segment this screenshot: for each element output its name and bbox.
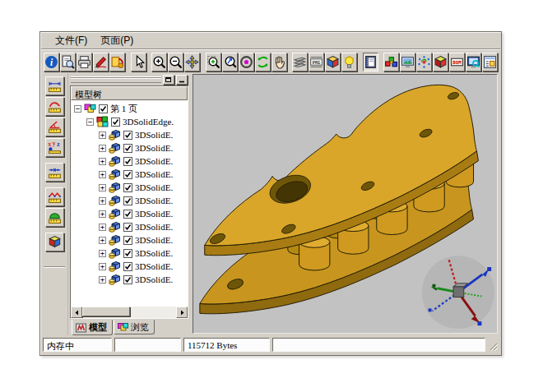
tree-checkbox[interactable] xyxy=(123,157,132,166)
tree-checkbox[interactable] xyxy=(123,275,132,284)
tree-checkbox[interactable] xyxy=(123,210,132,219)
tree-item-label[interactable]: 3DSolidE. xyxy=(135,182,173,192)
pmi-button[interactable]: PMI xyxy=(309,53,324,71)
view-cube-button[interactable] xyxy=(325,53,341,71)
measure-curve-length-button[interactable] xyxy=(45,97,64,116)
tree-item-label[interactable]: 3DSolidE. xyxy=(135,130,173,140)
zoom-out-button[interactable] xyxy=(168,53,183,71)
status-memory: 内存中 xyxy=(43,338,112,352)
tree-item-label[interactable]: 3DSolidE. xyxy=(135,196,173,205)
tree-checkbox[interactable] xyxy=(123,183,132,192)
tree-item-label[interactable]: 3DSolidE. xyxy=(135,209,173,219)
tree-checkbox[interactable] xyxy=(123,170,132,179)
tab-browse[interactable]: 浏览 xyxy=(114,320,155,334)
info-button[interactable]: i xyxy=(44,53,59,71)
scrollbar-thumb[interactable] xyxy=(82,307,130,316)
tree-checkbox[interactable] xyxy=(99,104,108,113)
tree-expander-plus[interactable]: + xyxy=(99,184,106,191)
select-button[interactable] xyxy=(131,53,146,71)
panel-grip-handle[interactable] xyxy=(71,76,161,83)
menu-item-page[interactable]: 页面(P) xyxy=(94,32,140,49)
rotate-center-button[interactable] xyxy=(239,53,254,71)
tree-item-label[interactable]: 3DSolidEdge. xyxy=(123,117,174,127)
scroll-left-button[interactable] xyxy=(71,307,82,318)
tree-expander-plus[interactable]: + xyxy=(99,250,106,257)
tree-item-label[interactable]: 3DSolidE. xyxy=(135,156,173,166)
measure-toolbar: xyz xyxy=(41,73,68,335)
coordinate-xyz-button[interactable]: xyz xyxy=(45,138,64,157)
tree-checkbox[interactable] xyxy=(123,223,132,232)
tree-expander-plus[interactable]: + xyxy=(99,171,106,178)
tab-model[interactable]: 模型 xyxy=(72,320,113,335)
tree-checkbox[interactable] xyxy=(123,144,132,153)
scroll-right-button[interactable] xyxy=(176,307,188,318)
tree-checkbox[interactable] xyxy=(123,131,132,140)
export-button[interactable] xyxy=(109,53,125,71)
zoom-window-button[interactable] xyxy=(206,53,221,71)
check-icon xyxy=(100,105,107,113)
tree-item-label[interactable]: 3DSolidE. xyxy=(135,235,173,245)
tree-item-label[interactable]: 3DSolidE. xyxy=(135,274,173,284)
tree-checkbox[interactable] xyxy=(123,262,132,271)
tree-expander-plus[interactable]: + xyxy=(99,210,106,218)
lighting-button[interactable] xyxy=(341,53,357,71)
solid-cube-icon xyxy=(434,55,448,69)
measure-distance-button[interactable] xyxy=(45,76,64,95)
tree-item-label[interactable]: 3DSolidE. xyxy=(135,248,173,258)
print-preview-button[interactable] xyxy=(60,53,76,71)
menu-item-file[interactable]: 文件(F) xyxy=(49,32,94,49)
tree-item-label[interactable]: 3DSolidE. xyxy=(135,169,173,179)
tree-expander-plus[interactable]: + xyxy=(99,224,106,231)
scrollbar-track[interactable] xyxy=(82,307,176,318)
tree-expander-plus[interactable]: + xyxy=(99,237,106,244)
measure-area-button[interactable] xyxy=(45,208,64,227)
structure-tree-button[interactable] xyxy=(482,53,498,71)
measure-volume-button[interactable] xyxy=(45,233,64,251)
snapshot-button[interactable] xyxy=(400,53,415,71)
zoom-in-button[interactable] xyxy=(151,53,167,71)
tree-expander-plus[interactable]: + xyxy=(99,276,106,284)
tree-expander-plus[interactable]: + xyxy=(99,263,106,270)
tree-checkbox[interactable] xyxy=(123,249,132,258)
viewport-3d[interactable] xyxy=(193,74,498,334)
measure-polyline-button[interactable] xyxy=(45,187,64,206)
tree-item-label[interactable]: 第 1 页 xyxy=(110,103,137,115)
tree-expander-plus[interactable]: + xyxy=(99,158,106,165)
measure-angle-button[interactable] xyxy=(45,118,64,136)
assembly-parts-button[interactable] xyxy=(383,53,399,71)
tree-expander-minus[interactable]: − xyxy=(86,118,94,126)
notebook-icon xyxy=(364,55,378,69)
tree-expander-plus[interactable]: + xyxy=(99,131,106,139)
resize-grip[interactable] xyxy=(488,341,499,352)
tree-row: +3DSolidE. xyxy=(71,154,188,168)
tree-expander-minus[interactable]: − xyxy=(74,105,81,113)
zoom-window-icon xyxy=(207,55,220,69)
animate-rotate-button[interactable] xyxy=(416,53,432,71)
pmi-icon: PMI xyxy=(309,55,323,69)
rotate-view-button[interactable] xyxy=(255,53,271,71)
tree-expander-plus[interactable]: + xyxy=(99,145,106,152)
page-node-icon xyxy=(84,103,96,114)
zoom-select-button[interactable] xyxy=(222,53,238,71)
solid-display-button[interactable] xyxy=(433,53,448,71)
panel-restore-button[interactable] xyxy=(163,75,174,85)
pan-hand-button[interactable] xyxy=(272,53,287,71)
panel-minimize-button[interactable] xyxy=(176,75,188,85)
display-settings-button[interactable] xyxy=(466,53,481,71)
tree-expander-plus[interactable]: + xyxy=(99,197,106,205)
tree-item-label[interactable]: 3DSolidE. xyxy=(135,261,173,271)
bom-button[interactable]: BOM xyxy=(449,53,465,71)
tree-item-label[interactable]: 3DSolidE. xyxy=(135,143,173,153)
redline-edit-button[interactable] xyxy=(93,53,109,71)
notebook-button[interactable] xyxy=(363,53,378,71)
tree-checkbox[interactable] xyxy=(111,118,120,127)
tree-checkbox[interactable] xyxy=(123,196,132,205)
rotate-icon xyxy=(256,55,270,69)
coordinate-xyz-icon: xyz xyxy=(48,141,62,154)
print-button[interactable] xyxy=(77,53,92,71)
pan-cross-button[interactable] xyxy=(184,53,200,71)
layers-button[interactable] xyxy=(292,53,308,71)
tree-item-label[interactable]: 3DSolidE. xyxy=(135,222,173,232)
tree-checkbox[interactable] xyxy=(123,236,132,245)
measure-gap-button[interactable] xyxy=(45,163,64,182)
